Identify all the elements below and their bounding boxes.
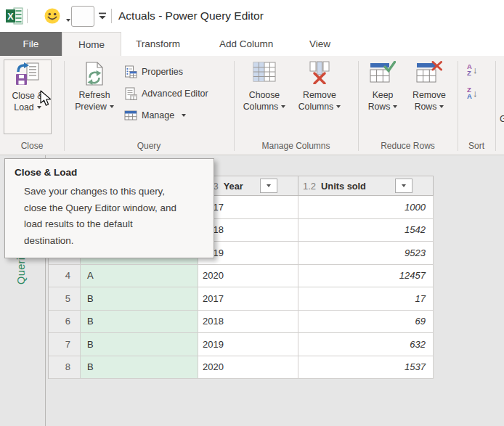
group-label-manage-columns: Manage Columns — [234, 141, 358, 151]
svg-text:X: X — [7, 12, 14, 22]
remove-rows-line1: Remove — [407, 90, 452, 102]
advanced-editor-icon — [124, 87, 137, 100]
remove-rows-line2: Rows — [407, 102, 452, 113]
power-query-editor-window: X Actuals - Power Query Editor File Home… — [0, 0, 504, 426]
row-number-cell[interactable]: 4 — [49, 265, 81, 288]
sort-down-arrow: ↓ — [473, 88, 478, 99]
customize-quick-access-icon[interactable] — [98, 12, 107, 20]
ribbon-home: Close & Load Close Refresh Preview — [0, 56, 504, 155]
row-number-cell[interactable]: 7 — [49, 333, 81, 356]
keep-rows-icon — [362, 60, 403, 90]
refresh-preview-button[interactable]: Refresh Preview — [67, 60, 122, 134]
ribbon-tab-row: File Home Transform Add Column View — [0, 32, 504, 56]
mouse-cursor — [40, 90, 52, 107]
year-cell[interactable]: 2020 — [198, 265, 298, 288]
year-column-name: Year — [224, 181, 243, 192]
tab-file[interactable]: File — [0, 32, 62, 56]
remove-columns-line2: Columns — [293, 102, 346, 113]
remove-columns-button[interactable]: Remove Columns — [293, 60, 346, 134]
table-row: 7 B 2019 632 — [49, 333, 434, 356]
units-sold-cell[interactable]: 69 — [298, 311, 434, 334]
choose-columns-line2: Columns — [240, 102, 289, 113]
group-label-query: Query — [64, 141, 234, 151]
units-sold-column-name: Units sold — [321, 181, 366, 192]
advanced-editor-button[interactable]: Advanced Editor — [124, 86, 208, 102]
remove-rows-button[interactable]: Remove Rows — [407, 60, 452, 134]
clipped-next-group-label: G — [500, 114, 504, 124]
table-row: 5 B 2017 17 — [49, 287, 434, 311]
year-cell[interactable]: 2018 — [198, 311, 298, 334]
units-sold-cell[interactable]: 12457 — [298, 265, 434, 288]
tooltip-body: Save your changes to this query, close t… — [24, 184, 214, 249]
properties-label: Properties — [142, 67, 183, 77]
row-number-cell[interactable]: 8 — [49, 356, 81, 380]
units-sold-cell[interactable]: 1537 — [298, 356, 434, 380]
manage-button[interactable]: Manage — [124, 107, 186, 123]
refresh-icon — [67, 60, 122, 90]
keep-rows-line1: Keep — [362, 90, 403, 102]
table-row: 6 B 2018 69 — [49, 311, 434, 334]
table-row: 4 A 2020 12457 — [49, 265, 434, 288]
remove-rows-icon — [407, 60, 452, 90]
properties-icon — [124, 65, 137, 78]
units-sold-filter-button[interactable] — [395, 179, 412, 193]
product-cell[interactable]: B — [81, 311, 198, 334]
choose-columns-button[interactable]: Choose Columns — [240, 60, 289, 134]
tab-add-column[interactable]: Add Column — [215, 32, 277, 56]
sort-za-icon: Z A — [467, 87, 472, 99]
remove-columns-icon — [293, 60, 346, 90]
row-number-cell[interactable]: 6 — [49, 311, 81, 334]
keep-rows-line2: Rows — [362, 102, 403, 113]
excel-app-icon: X — [5, 7, 24, 25]
manage-label: Manage — [142, 110, 174, 120]
table-row: 8 B 2020 1537 — [49, 356, 434, 380]
decimal-type-icon[interactable]: 1.2 — [303, 181, 316, 192]
group-divider — [495, 61, 496, 151]
group-divider — [234, 61, 235, 151]
sort-az-icon: A Z — [467, 64, 472, 76]
quick-access-empty-button[interactable] — [71, 6, 94, 27]
title-bar: X Actuals - Power Query Editor — [0, 0, 504, 32]
tab-home[interactable]: Home — [62, 32, 121, 56]
row-number-cell[interactable]: 5 — [49, 287, 81, 311]
choose-columns-line1: Choose — [240, 90, 289, 102]
manage-icon — [124, 110, 137, 121]
group-label-reduce-rows: Reduce Rows — [358, 141, 458, 151]
advanced-editor-label: Advanced Editor — [142, 89, 208, 99]
units-sold-column-header[interactable]: 1.2 Units sold — [298, 176, 434, 196]
units-sold-cell[interactable]: 9523 — [298, 242, 434, 265]
keep-rows-button[interactable]: Keep Rows — [362, 60, 403, 134]
group-divider — [458, 61, 458, 151]
tab-view[interactable]: View — [305, 32, 335, 56]
group-divider — [64, 61, 65, 151]
units-sold-cell[interactable]: 1000 — [298, 196, 434, 219]
properties-button[interactable]: Properties — [124, 64, 183, 80]
sort-descending-button[interactable]: Z A ↓ — [467, 87, 477, 99]
refresh-label-line2: Preview — [67, 102, 122, 113]
close-and-load-icon — [4, 60, 51, 91]
year-cell[interactable]: 2020 — [198, 356, 298, 380]
units-sold-cell[interactable]: 17 — [298, 287, 434, 311]
group-label-sort: Sort — [458, 141, 495, 151]
product-cell[interactable]: A — [81, 265, 198, 288]
smiley-icon[interactable] — [44, 7, 61, 25]
product-cell[interactable]: B — [81, 356, 198, 380]
product-cell[interactable]: B — [81, 333, 198, 356]
year-filter-button[interactable] — [260, 179, 277, 193]
year-cell[interactable]: 2017 — [198, 287, 298, 311]
sort-down-arrow: ↓ — [473, 65, 478, 75]
tab-transform[interactable]: Transform — [131, 32, 184, 56]
smiley-dropdown-icon[interactable] — [63, 13, 70, 26]
tooltip-title: Close & Load — [15, 167, 214, 178]
year-cell[interactable]: 2019 — [198, 333, 298, 356]
titlebar-separator — [27, 9, 28, 23]
titlebar-separator — [111, 9, 112, 23]
units-sold-cell[interactable]: 1542 — [298, 219, 434, 242]
units-sold-cell[interactable]: 632 — [298, 333, 434, 356]
window-title: Actuals - Power Query Editor — [118, 0, 264, 32]
group-divider — [358, 61, 359, 151]
group-label-close: Close — [0, 141, 64, 151]
sort-ascending-button[interactable]: A Z ↓ — [467, 64, 477, 76]
product-cell[interactable]: B — [81, 287, 198, 311]
close-and-load-tooltip: Close & Load Save your changes to this q… — [4, 158, 214, 258]
